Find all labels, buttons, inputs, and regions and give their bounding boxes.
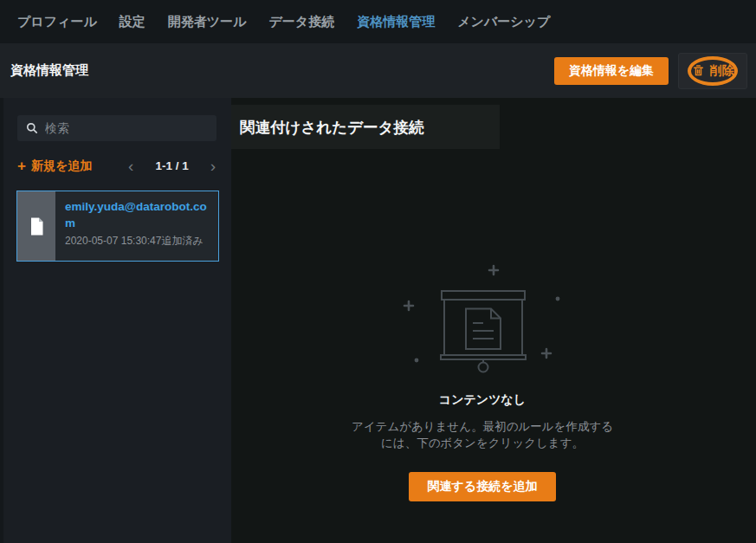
main-heading: 関連付けされたデータ接続 [240,117,423,138]
pagination: ‹ 1-1 / 1 › [126,158,217,174]
edit-credentials-button[interactable]: 資格情報を編集 [554,57,669,85]
content-area: + 新規を追加 ‹ 1-1 / 1 › emily.yuda@datarobot… [0,98,756,543]
nav-item-developer-tools[interactable]: 開発者ツール [168,14,247,30]
nav-item-membership[interactable]: メンバーシップ [457,14,550,30]
nav-item-settings[interactable]: 設定 [120,14,145,30]
delete-button[interactable]: 削除 [678,53,747,89]
header-bar: 資格情報管理 資格情報を編集 削除 [0,43,756,98]
list-toolbar: + 新規を追加 ‹ 1-1 / 1 › [17,158,217,174]
credentials-sidebar: + 新規を追加 ‹ 1-1 / 1 › emily.yuda@datarobot… [0,98,231,543]
credential-list-item[interactable]: emily.yuda@datarobot.com 2020-05-07 15:3… [16,191,219,262]
nav-item-data-connections[interactable]: データ接続 [268,14,334,30]
chevron-left-icon[interactable]: ‹ [126,158,135,174]
chevron-right-icon[interactable]: › [209,158,217,174]
credential-added-timestamp: 2020-05-07 15:30:47追加済み [65,234,210,249]
nav-item-credentials-management[interactable]: 資格情報管理 [357,14,435,30]
add-new-label: 新規を追加 [31,158,92,174]
document-icon [29,217,44,236]
empty-state-description-line1: アイテムがありません。最初のルールを作成する [352,418,613,435]
delete-button-wrap: 削除 [678,53,747,89]
search-box[interactable] [17,115,216,141]
plus-icon: + [17,158,26,173]
empty-state-title: コンテンツなし [439,392,526,408]
empty-state-description: アイテムがありません。最初のルールを作成する には、下のボタンをクリックします。 [352,418,613,451]
trash-icon [692,64,705,77]
pagination-count: 1-1 / 1 [155,159,188,172]
search-icon [26,122,38,134]
search-input[interactable] [45,121,208,135]
main-heading-block: 関連付けされたデータ接続 [231,105,500,149]
top-nav: プロフィール 設定 開発者ツール データ接続 資格情報管理 メンバーシップ [0,0,756,43]
nav-item-profile[interactable]: プロフィール [17,14,97,30]
credential-title: emily.yuda@datarobot.com [65,199,210,232]
credential-icon-tile [17,191,55,261]
empty-state-projector-screen-icon [396,258,569,375]
page-title: 資格情報管理 [10,62,88,79]
add-related-connection-button[interactable]: 関連する接続を追加 [409,472,557,501]
delete-button-label: 削除 [710,63,734,79]
add-new-button[interactable]: + 新規を追加 [17,158,92,174]
empty-state: コンテンツなし アイテムがありません。最初のルールを作成する には、下のボタンを… [231,258,756,501]
main-panel: 関連付けされたデータ接続 [231,98,756,543]
empty-state-description-line2: には、下のボタンをクリックします。 [352,435,613,451]
credential-item-body: emily.yuda@datarobot.com 2020-05-07 15:3… [55,191,218,261]
